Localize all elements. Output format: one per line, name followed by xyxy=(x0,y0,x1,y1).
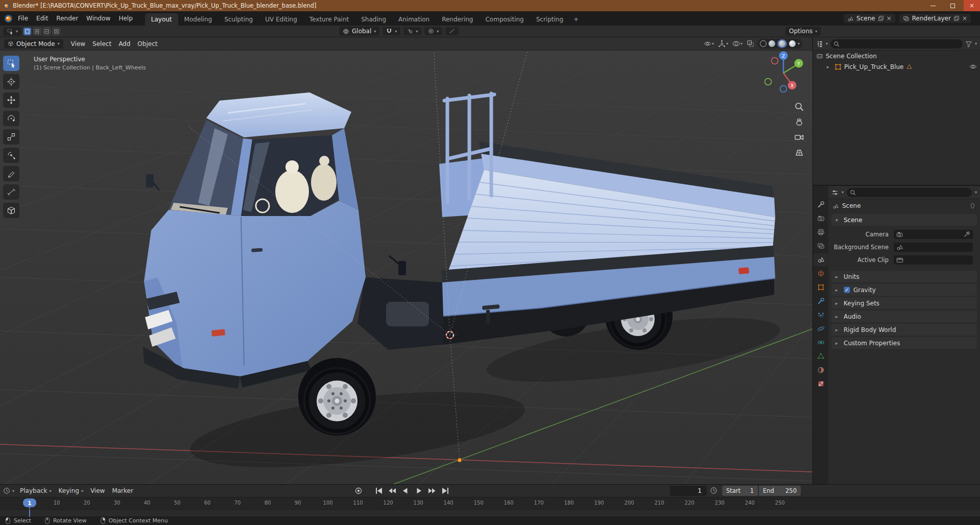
timeline-menu-playback[interactable]: Playback▾ xyxy=(16,486,55,495)
camera-view-icon[interactable] xyxy=(794,132,804,142)
menu-file[interactable]: File xyxy=(14,13,32,23)
transform-orientation-dropdown[interactable]: Global ▾ xyxy=(339,27,379,36)
select-mode-subtract-button[interactable] xyxy=(43,28,51,35)
panel-rigid-body-world[interactable]: ▸Rigid Body World xyxy=(831,324,977,336)
timeline-track-area[interactable] xyxy=(0,509,980,516)
properties-tab-modifiers[interactable] xyxy=(814,295,828,307)
timeline-editor-icon[interactable] xyxy=(3,487,10,494)
properties-tab-object[interactable] xyxy=(814,281,828,294)
object-type-visibility-dropdown[interactable]: ▾ xyxy=(703,39,715,48)
front-left-wheel[interactable] xyxy=(298,358,376,436)
viewport-menu-object[interactable]: Object xyxy=(134,39,161,49)
workspace-tab-animation[interactable]: Animation xyxy=(392,13,436,26)
shading-rendered-button[interactable] xyxy=(789,40,796,47)
ruler-frame-40[interactable]: 40 xyxy=(144,500,151,506)
ruler-frame-230[interactable]: 230 xyxy=(715,500,725,506)
ruler-frame-180[interactable]: 180 xyxy=(564,500,574,506)
outliner-row-pick-up-truck-blue[interactable]: ▸ Pick_Up_Truck_Blue xyxy=(813,61,980,72)
ruler-frame-190[interactable]: 190 xyxy=(594,500,604,506)
close-button[interactable]: × xyxy=(964,0,980,11)
scene-panel-header[interactable]: ▾ Scene xyxy=(831,214,977,226)
camera-field[interactable] xyxy=(894,230,973,239)
select-mode-extend-button[interactable] xyxy=(33,28,41,35)
timeline-ruler[interactable]: 1020304050607080901001101201301401501601… xyxy=(0,497,980,509)
shading-options-dropdown[interactable]: ▾ xyxy=(798,41,800,46)
workspace-tab-rendering[interactable]: Rendering xyxy=(436,13,479,26)
navigation-gizmo[interactable]: Z Y X xyxy=(760,49,806,95)
properties-tab-material[interactable] xyxy=(814,364,828,376)
unlink-scene-icon[interactable]: × xyxy=(887,15,892,22)
ruler-frame-130[interactable]: 130 xyxy=(414,500,423,506)
shading-material-preview-button[interactable] xyxy=(777,39,787,48)
playhead[interactable]: 1 xyxy=(23,498,36,507)
expand-icon[interactable]: ▸ xyxy=(827,64,832,69)
tool-cursor[interactable] xyxy=(3,74,19,89)
properties-tab-output[interactable] xyxy=(814,226,828,238)
play-reverse-button[interactable] xyxy=(399,486,412,496)
ruler-frame-240[interactable]: 240 xyxy=(745,500,755,506)
tool-rotate[interactable] xyxy=(3,111,19,126)
workspace-tab-modeling[interactable]: Modeling xyxy=(178,13,219,26)
properties-search-input[interactable] xyxy=(847,188,972,197)
properties-tab-render[interactable] xyxy=(814,212,828,225)
panel-units[interactable]: ▸Units xyxy=(831,271,977,282)
timeline-menu-keying[interactable]: Keying▾ xyxy=(55,486,87,495)
viewport-3d[interactable]: Object Mode ▾ ViewSelectAddObject ▾ ▾ ▾ xyxy=(0,37,812,484)
properties-tab-constraints[interactable] xyxy=(814,336,828,349)
toggle-xray-button[interactable] xyxy=(746,39,755,48)
hide-toggle-eye-icon[interactable] xyxy=(969,63,977,70)
ruler-frame-140[interactable]: 140 xyxy=(444,500,453,506)
zoom-icon[interactable] xyxy=(794,102,804,112)
workspace-tab-uv-editing[interactable]: UV Editing xyxy=(259,13,303,26)
ruler-frame-150[interactable]: 150 xyxy=(474,500,484,506)
options-dropdown[interactable]: Options ▾ xyxy=(785,27,821,36)
gizmo-z-label[interactable]: Z xyxy=(782,54,785,59)
shading-wireframe-button[interactable] xyxy=(760,40,767,47)
workspace-tab-compositing[interactable]: Compositing xyxy=(479,13,530,26)
ruler-frame-80[interactable]: 80 xyxy=(265,500,271,506)
tool-annotate[interactable] xyxy=(3,166,19,181)
tool-move[interactable] xyxy=(3,92,19,108)
object-origin[interactable] xyxy=(458,458,462,462)
panel-keying-sets[interactable]: ▸Keying Sets xyxy=(831,297,977,309)
outliner-row-scene-collection[interactable]: Scene Collection xyxy=(813,51,980,61)
toggle-ortho-icon[interactable] xyxy=(794,148,804,158)
overlays-dropdown[interactable]: ▾ xyxy=(731,39,744,48)
workspace-tab-layout[interactable]: Layout xyxy=(145,13,178,26)
properties-tab-scene[interactable] xyxy=(814,253,828,266)
menu-edit[interactable]: Edit xyxy=(32,13,52,23)
menu-render[interactable]: Render xyxy=(52,13,82,23)
select-mode-new-button[interactable] xyxy=(23,28,31,35)
properties-tab-tool[interactable] xyxy=(814,198,828,211)
workspace-tab-shading[interactable]: Shading xyxy=(355,13,392,26)
eyedropper-icon[interactable] xyxy=(964,231,970,237)
timeline-menu-marker[interactable]: Marker xyxy=(108,486,136,495)
filter-dropdown[interactable]: ▾ xyxy=(975,41,977,46)
ruler-frame-10[interactable]: 10 xyxy=(54,500,60,506)
viewport-menu-view[interactable]: View xyxy=(67,39,89,49)
properties-editor-icon[interactable] xyxy=(831,189,839,196)
ruler-frame-30[interactable]: 30 xyxy=(114,500,121,506)
jump-to-next-keyframe-button[interactable] xyxy=(426,486,438,496)
tool-select-box[interactable] xyxy=(3,56,19,71)
ruler-frame-60[interactable]: 60 xyxy=(204,500,211,506)
menu-help[interactable]: Help xyxy=(114,13,136,23)
viewport-canvas[interactable] xyxy=(0,37,812,484)
ruler-frame-200[interactable]: 200 xyxy=(625,500,634,506)
viewport-menu-add[interactable]: Add xyxy=(115,39,134,49)
tool-scale[interactable] xyxy=(3,129,19,145)
workspace-tab-texture-paint[interactable]: Texture Paint xyxy=(303,13,355,26)
maximize-button[interactable] xyxy=(944,0,961,11)
blender-app-icon[interactable] xyxy=(4,14,13,23)
snapping-toggle[interactable]: ▾ xyxy=(383,27,400,35)
workspace-tab-sculpting[interactable]: Sculpting xyxy=(218,13,259,26)
tool-measure[interactable] xyxy=(3,184,19,200)
editor-type-dropdown[interactable]: ▾ xyxy=(842,190,844,195)
jump-to-end-button[interactable] xyxy=(439,486,451,496)
select-mode-intersect-button[interactable] xyxy=(53,28,60,35)
jump-to-start-button[interactable] xyxy=(373,486,385,496)
scene-selector[interactable]: Scene × xyxy=(844,14,895,23)
pin-icon[interactable] xyxy=(969,203,976,209)
menu-window[interactable]: Window xyxy=(82,13,114,23)
gizmo-x-label[interactable]: X xyxy=(791,83,794,88)
